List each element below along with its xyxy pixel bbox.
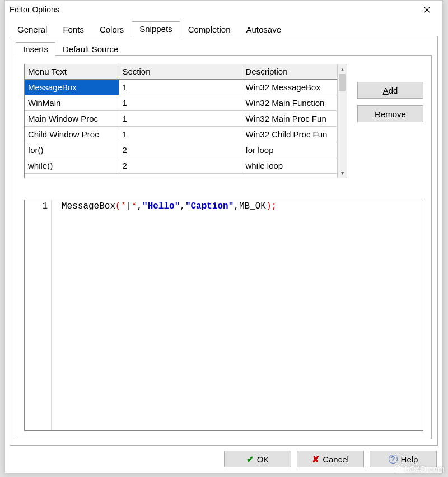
table-row[interactable]: Main Window Proc 1 Win32 Main Proc Fun <box>25 110 337 126</box>
close-icon <box>424 7 430 13</box>
cell-desc: for loop <box>242 142 337 158</box>
remove-button[interactable]: Remove <box>357 105 423 122</box>
window-title: Editor Options <box>10 5 416 14</box>
dialog-window: Editor Options General Fonts Colors Snip… <box>4 0 443 473</box>
cell-desc: Win32 Main Proc Fun <box>242 110 337 126</box>
col-header-menu[interactable]: Menu Text <box>25 64 119 79</box>
cell-menu: while() <box>25 158 119 173</box>
cell-desc: Win32 MessageBox <box>242 79 337 95</box>
table-scrollbar[interactable]: ▴ ▾ <box>337 64 347 178</box>
cell-menu: WinMain <box>25 95 119 110</box>
tab-fonts[interactable]: Fonts <box>55 22 92 36</box>
ok-label: OK <box>257 455 269 464</box>
main-tabstrip: General Fonts Colors Snippets Completion… <box>10 21 438 36</box>
titlebar: Editor Options <box>5 1 442 18</box>
cell-menu: for() <box>25 142 119 158</box>
inner-tab-default-source[interactable]: Default Source <box>55 42 125 56</box>
cell-section: 1 <box>119 126 242 142</box>
cell-section: 2 <box>119 142 242 158</box>
scroll-track[interactable] <box>338 91 347 168</box>
add-button[interactable]: Add <box>357 82 423 99</box>
snippets-table[interactable]: Menu Text Section Description MessageBox… <box>25 64 337 174</box>
cell-menu: Child Window Proc <box>25 126 119 142</box>
cell-section: 2 <box>119 158 242 173</box>
cell-desc: Win32 Child Proc Fun <box>242 126 337 142</box>
help-label: Help <box>401 455 418 464</box>
cancel-label: Cancel <box>323 455 349 464</box>
cell-section: 1 <box>119 110 242 126</box>
code-content[interactable]: MessageBox(*|*,"Hello","Caption",MB_OK); <box>52 200 423 430</box>
side-buttons: Add Remove <box>357 64 423 178</box>
table-row[interactable]: MessageBox 1 Win32 MessageBox <box>25 79 337 95</box>
check-icon: ✔ <box>246 454 254 465</box>
table-row[interactable]: for() 2 for loop <box>25 142 337 158</box>
inner-page-inserts: Menu Text Section Description MessageBox… <box>16 56 432 439</box>
dialog-footer: ✔ OK ✘ Cancel ? Help <box>5 446 442 473</box>
cell-desc: while loop <box>242 158 337 173</box>
dialog-content: General Fonts Colors Snippets Completion… <box>5 18 442 446</box>
inner-tab-inserts[interactable]: Inserts <box>16 42 55 56</box>
table-row[interactable]: Child Window Proc 1 Win32 Child Proc Fun <box>25 126 337 142</box>
scroll-thumb[interactable] <box>339 74 346 91</box>
table-row[interactable]: while() 2 while loop <box>25 158 337 173</box>
cell-section: 1 <box>119 79 242 95</box>
x-icon: ✘ <box>312 454 319 465</box>
upper-row: Menu Text Section Description MessageBox… <box>24 64 423 178</box>
cell-desc: Win32 Main Function <box>242 95 337 110</box>
code-gutter: 1 <box>25 200 52 430</box>
snippets-table-wrap: Menu Text Section Description MessageBox… <box>24 64 347 178</box>
tab-general[interactable]: General <box>10 22 55 36</box>
help-icon: ? <box>389 455 398 464</box>
inner-tabstrip: Inserts Default Source <box>16 41 432 56</box>
tab-autosave[interactable]: Autosave <box>239 22 290 36</box>
scroll-up-icon[interactable]: ▴ <box>338 64 347 74</box>
ok-button[interactable]: ✔ OK <box>224 451 291 467</box>
col-header-description[interactable]: Description <box>242 64 337 79</box>
line-number: 1 <box>28 201 48 211</box>
tab-page-snippets: Inserts Default Source Menu Text Section <box>10 36 438 446</box>
cell-menu: Main Window Proc <box>25 110 119 126</box>
tab-snippets[interactable]: Snippets <box>132 21 180 36</box>
tab-completion[interactable]: Completion <box>180 22 239 36</box>
scroll-down-icon[interactable]: ▾ <box>338 168 347 178</box>
help-button[interactable]: ? Help <box>370 451 437 467</box>
cancel-button[interactable]: ✘ Cancel <box>297 451 364 467</box>
tab-colors[interactable]: Colors <box>92 22 132 36</box>
cell-section: 1 <box>119 95 242 110</box>
col-header-section[interactable]: Section <box>119 64 242 79</box>
table-row[interactable]: WinMain 1 Win32 Main Function <box>25 95 337 110</box>
cell-menu: MessageBox <box>25 79 119 95</box>
close-button[interactable] <box>416 2 438 17</box>
code-editor[interactable]: 1 MessageBox(*|*,"Hello","Caption",MB_OK… <box>24 200 423 431</box>
